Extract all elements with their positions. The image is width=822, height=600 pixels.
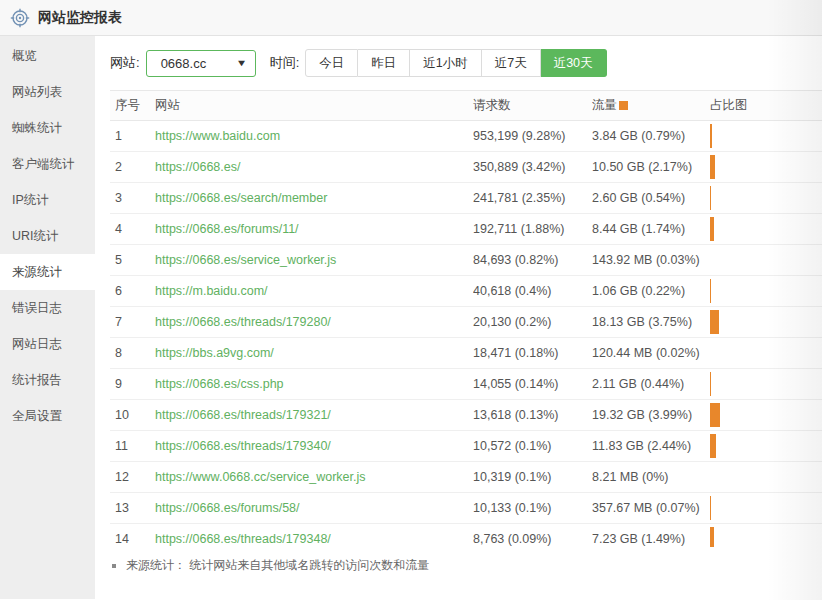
column-header: 序号	[110, 91, 155, 121]
ratio-chart-cell	[710, 400, 822, 431]
table-body: 1https://www.baidu.com953,199 (9.28%)3.8…	[110, 121, 822, 548]
column-header: 网站	[155, 91, 473, 121]
row-index-cell: 8	[110, 338, 155, 369]
table-row: 11https://0668.es/threads/179340/10,572 …	[110, 431, 822, 462]
ratio-chart-cell	[710, 307, 822, 338]
ratio-bar	[710, 403, 720, 427]
site-url-link[interactable]: https://bbs.a9vg.com/	[155, 346, 274, 360]
ratio-chart-cell	[710, 276, 822, 307]
app-window: 网站监控报表 概览网站列表蜘蛛统计客户端统计IP统计URI统计来源统计错误日志网…	[0, 0, 822, 600]
row-index-cell: 5	[110, 245, 155, 276]
ratio-chart-cell	[710, 152, 822, 183]
traffic-cell: 11.83 GB (2.44%)	[592, 431, 710, 462]
time-button-last-7d[interactable]: 近7天	[482, 49, 541, 77]
site-url-cell: https://www.0668.cc/service_worker.js	[155, 462, 473, 493]
row-index-cell: 14	[110, 524, 155, 548]
time-button-today[interactable]: 今日	[305, 49, 358, 77]
traffic-cell: 8.44 GB (1.74%)	[592, 214, 710, 245]
site-url-link[interactable]: https://0668.es/threads/179280/	[155, 315, 331, 329]
site-label: 网站:	[110, 54, 140, 72]
time-button-last-1h[interactable]: 近1小时	[410, 49, 481, 77]
requests-cell: 8,763 (0.09%)	[473, 524, 592, 548]
site-url-link[interactable]: https://0668.es/threads/179321/	[155, 408, 331, 422]
site-url-link[interactable]: https://m.baidu.com/	[155, 284, 268, 298]
table-row: 1https://www.baidu.com953,199 (9.28%)3.8…	[110, 121, 822, 152]
requests-cell: 241,781 (2.35%)	[473, 183, 592, 214]
site-url-link[interactable]: https://0668.es/service_worker.js	[155, 253, 336, 267]
row-index-cell: 11	[110, 431, 155, 462]
site-url-link[interactable]: https://www.0668.cc/service_worker.js	[155, 470, 366, 484]
table-row: 5https://0668.es/service_worker.js84,693…	[110, 245, 822, 276]
traffic-cell: 10.50 GB (2.17%)	[592, 152, 710, 183]
table-row: 7https://0668.es/threads/179280/20,130 (…	[110, 307, 822, 338]
site-url-link[interactable]: https://0668.es/threads/179340/	[155, 439, 331, 453]
row-index-cell: 9	[110, 369, 155, 400]
sidebar-item-ip-stats[interactable]: IP统计	[0, 182, 95, 218]
row-index-cell: 1	[110, 121, 155, 152]
stats-table: 序号网站请求数流量占比图 1https://www.baidu.com953,1…	[110, 90, 822, 547]
ratio-bar	[710, 496, 711, 520]
site-url-cell: https://0668.es/forums/11/	[155, 214, 473, 245]
sidebar-item-spider-stats[interactable]: 蜘蛛统计	[0, 110, 95, 146]
sidebar-item-stats-report[interactable]: 统计报告	[0, 362, 95, 398]
site-url-cell: https://0668.es/css.php	[155, 369, 473, 400]
sidebar-item-client-stats[interactable]: 客户端统计	[0, 146, 95, 182]
row-index-cell: 4	[110, 214, 155, 245]
main-content: 网站: 0668.cc ▼ 时间: 今日昨日近1小时近7天近30天 序号网站请求…	[95, 36, 822, 599]
ratio-chart-cell	[710, 524, 822, 548]
requests-cell: 10,319 (0.1%)	[473, 462, 592, 493]
table-row: 3https://0668.es/search/member241,781 (2…	[110, 183, 822, 214]
row-index-cell: 12	[110, 462, 155, 493]
sidebar-item-site-list[interactable]: 网站列表	[0, 74, 95, 110]
site-select[interactable]: 0668.cc ▼	[146, 50, 256, 77]
traffic-cell: 357.67 MB (0.07%)	[592, 493, 710, 524]
traffic-cell: 2.60 GB (0.54%)	[592, 183, 710, 214]
traffic-marker-icon	[619, 101, 628, 110]
sidebar-item-source-stats[interactable]: 来源统计	[0, 254, 95, 290]
ratio-bar	[710, 434, 716, 458]
sidebar-item-error-log[interactable]: 错误日志	[0, 290, 95, 326]
row-index-cell: 7	[110, 307, 155, 338]
table-row: 10https://0668.es/threads/179321/13,618 …	[110, 400, 822, 431]
sidebar-item-global-settings[interactable]: 全局设置	[0, 398, 95, 434]
ratio-chart-cell	[710, 121, 822, 152]
ratio-bar	[710, 279, 711, 303]
column-header-label: 网站	[155, 98, 180, 112]
table-row: 8https://bbs.a9vg.com/18,471 (0.18%)120.…	[110, 338, 822, 369]
time-button-yesterday[interactable]: 昨日	[358, 49, 410, 77]
target-icon	[10, 8, 30, 28]
ratio-chart-cell	[710, 369, 822, 400]
column-header-label: 序号	[115, 98, 140, 112]
sidebar-item-overview[interactable]: 概览	[0, 38, 95, 74]
requests-cell: 10,133 (0.1%)	[473, 493, 592, 524]
chevron-down-icon: ▼	[235, 58, 247, 68]
site-url-link[interactable]: https://0668.es/search/member	[155, 191, 327, 205]
site-url-link[interactable]: https://0668.es/forums/11/	[155, 222, 299, 236]
table-row: 9https://0668.es/css.php14,055 (0.14%)2.…	[110, 369, 822, 400]
site-url-link[interactable]: https://0668.es/css.php	[155, 377, 284, 391]
traffic-cell: 2.11 GB (0.44%)	[592, 369, 710, 400]
row-index-cell: 3	[110, 183, 155, 214]
ratio-chart-cell	[710, 493, 822, 524]
ratio-bar	[710, 217, 714, 241]
site-url-cell: https://0668.es/search/member	[155, 183, 473, 214]
ratio-bar	[710, 372, 711, 396]
site-url-link[interactable]: https://0668.es/threads/179348/	[155, 532, 331, 546]
traffic-cell: 19.32 GB (3.99%)	[592, 400, 710, 431]
ratio-chart-cell	[710, 431, 822, 462]
table-row: 4https://0668.es/forums/11/192,711 (1.88…	[110, 214, 822, 245]
sidebar-item-site-log[interactable]: 网站日志	[0, 326, 95, 362]
sidebar-item-uri-stats[interactable]: URI统计	[0, 218, 95, 254]
requests-cell: 10,572 (0.1%)	[473, 431, 592, 462]
filter-toolbar: 网站: 0668.cc ▼ 时间: 今日昨日近1小时近7天近30天	[95, 36, 822, 90]
site-url-link[interactable]: https://0668.es/forums/58/	[155, 501, 300, 515]
site-url-link[interactable]: https://0668.es/	[155, 160, 240, 174]
requests-cell: 84,693 (0.82%)	[473, 245, 592, 276]
site-url-link[interactable]: https://www.baidu.com	[155, 129, 280, 143]
ratio-chart-cell	[710, 245, 822, 276]
time-button-last-30d[interactable]: 近30天	[541, 49, 607, 77]
requests-cell: 14,055 (0.14%)	[473, 369, 592, 400]
traffic-cell: 1.06 GB (0.22%)	[592, 276, 710, 307]
table-row: 13https://0668.es/forums/58/10,133 (0.1%…	[110, 493, 822, 524]
page-title: 网站监控报表	[38, 9, 122, 27]
